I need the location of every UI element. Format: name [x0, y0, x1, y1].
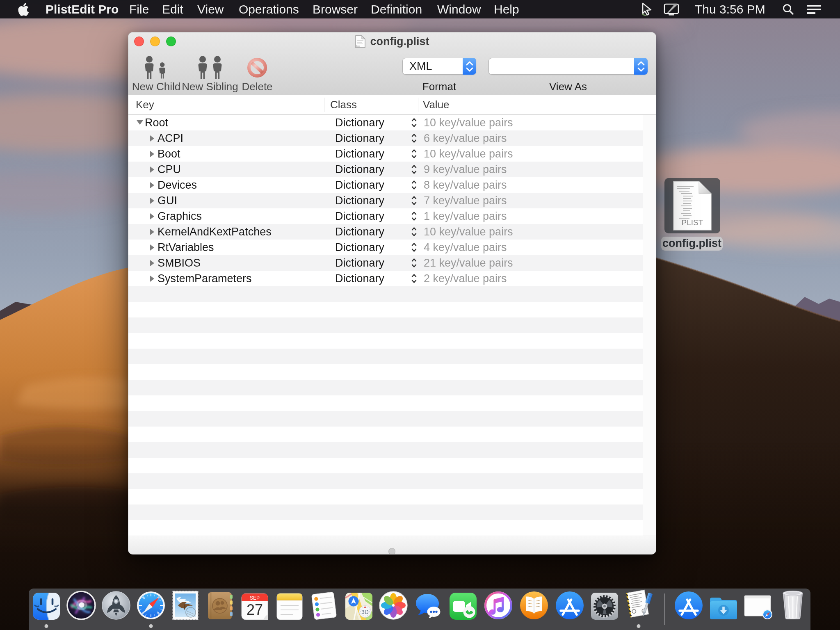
disclosure-triangle-collapsed[interactable] — [150, 260, 155, 266]
desktop-icon-label: config.plist — [661, 237, 723, 251]
resize-handle-dot[interactable] — [388, 548, 395, 555]
scrollbar-track[interactable] — [643, 115, 656, 536]
menu-help[interactable]: Help — [494, 0, 519, 18]
cell-key: Graphics — [158, 208, 202, 224]
value-stepper-icon[interactable] — [411, 180, 417, 190]
window-footer — [128, 536, 656, 555]
menu-browser[interactable]: Browser — [313, 0, 358, 18]
menu-view[interactable]: View — [197, 0, 224, 18]
value-stepper-icon[interactable] — [411, 196, 417, 205]
disclosure-triangle-collapsed[interactable] — [150, 213, 155, 219]
cell-class: Dictionary — [335, 224, 384, 240]
desktop: PlistEdit Pro File Edit View Operations … — [0, 0, 840, 630]
value-stepper-icon[interactable] — [411, 164, 417, 174]
new-child-label: New Child — [128, 80, 187, 93]
cell-class: Dictionary — [335, 271, 384, 286]
value-stepper-icon[interactable] — [411, 242, 417, 252]
column-separator[interactable] — [418, 98, 418, 112]
table-row-RtVariables[interactable]: RtVariablesDictionary4 key/value pairs — [128, 240, 643, 255]
new-child-button[interactable]: New Child — [128, 55, 187, 91]
cell-key: SMBIOS — [158, 255, 201, 271]
format-value: XML — [409, 58, 432, 74]
spotlight-icon[interactable] — [782, 0, 795, 18]
table-row-KernelAndKextPatches[interactable]: KernelAndKextPatchesDictionary10 key/val… — [128, 224, 643, 240]
disclosure-triangle-collapsed[interactable] — [150, 229, 155, 235]
disclosure-triangle-collapsed[interactable] — [150, 135, 155, 142]
cell-key: CPU — [158, 162, 181, 177]
disclosure-triangle-collapsed[interactable] — [150, 276, 155, 282]
view-as-dropdown[interactable] — [488, 58, 648, 75]
value-stepper-icon[interactable] — [411, 274, 417, 283]
menu-edit[interactable]: Edit — [162, 0, 183, 18]
disclosure-triangle-collapsed[interactable] — [150, 198, 155, 204]
plist-file-icon: PLIST — [673, 181, 712, 231]
menu-window[interactable]: Window — [437, 0, 481, 18]
view-as-caption: View As — [488, 80, 648, 93]
table-row-ACPI[interactable]: ACPIDictionary6 key/value pairs — [128, 130, 643, 146]
cell-value: 21 key/value pairs — [424, 255, 513, 271]
cell-key: KernelAndKextPatches — [158, 224, 272, 240]
disclosure-triangle-collapsed[interactable] — [150, 244, 155, 251]
table-row-SystemParameters[interactable]: SystemParametersDictionary2 key/value pa… — [128, 271, 643, 286]
cell-class: Dictionary — [335, 162, 384, 177]
disclosure-triangle-collapsed[interactable] — [150, 167, 155, 173]
menu-definition[interactable]: Definition — [371, 0, 422, 18]
cell-key: GUI — [158, 193, 177, 208]
table-row-Graphics[interactable]: GraphicsDictionary1 key/value pairs — [128, 208, 643, 224]
cell-class: Dictionary — [335, 146, 384, 162]
value-stepper-icon[interactable] — [411, 211, 417, 221]
format-stepper-icon — [463, 58, 476, 75]
cell-value: 10 key/value pairs — [424, 146, 513, 162]
table-row-CPU[interactable]: CPUDictionary9 key/value pairs — [128, 162, 643, 177]
cell-key: Devices — [158, 177, 197, 193]
column-header-class[interactable]: Class — [330, 95, 357, 114]
disclosure-triangle-expanded[interactable] — [137, 120, 143, 125]
column-header-key[interactable]: Key — [136, 95, 154, 114]
table-header: Key Class Value — [128, 95, 656, 115]
format-dropdown[interactable]: XML — [402, 58, 476, 75]
menu-bar: PlistEdit Pro File Edit View Operations … — [0, 0, 840, 18]
table-body: RootDictionary10 key/value pairsACPIDict… — [128, 115, 643, 536]
column-separator[interactable] — [324, 98, 324, 112]
cell-value: 9 key/value pairs — [424, 162, 507, 177]
table-row-Root[interactable]: RootDictionary10 key/value pairs — [128, 115, 643, 130]
value-stepper-icon[interactable] — [411, 227, 417, 237]
new-child-icon — [128, 55, 187, 79]
value-stepper-icon[interactable] — [411, 149, 417, 159]
cell-key: ACPI — [158, 130, 183, 146]
menu-file[interactable]: File — [129, 0, 149, 18]
value-stepper-icon[interactable] — [411, 118, 417, 128]
dock — [29, 589, 810, 630]
window-chrome: config.plist New Child — [128, 32, 656, 95]
apple-menu[interactable] — [18, 0, 29, 18]
column-header-value[interactable]: Value — [423, 95, 450, 114]
plistedit-window: config.plist New Child — [128, 32, 656, 555]
table-row-Devices[interactable]: DevicesDictionary8 key/value pairs — [128, 177, 643, 193]
value-stepper-icon[interactable] — [411, 258, 417, 268]
cell-key: SystemParameters — [158, 271, 252, 286]
document-icon — [355, 35, 365, 48]
display-icon[interactable] — [664, 0, 679, 18]
delete-icon — [226, 55, 288, 79]
cell-class: Dictionary — [335, 255, 384, 271]
cell-value: 6 key/value pairs — [424, 130, 507, 146]
menu-app-name[interactable]: PlistEdit Pro — [46, 0, 119, 18]
cell-value: 8 key/value pairs — [424, 177, 507, 193]
delete-label: Delete — [226, 80, 288, 93]
delete-button[interactable]: Delete — [226, 55, 288, 91]
value-stepper-icon[interactable] — [411, 133, 417, 143]
disclosure-triangle-collapsed[interactable] — [150, 182, 155, 188]
disclosure-triangle-collapsed[interactable] — [150, 151, 155, 157]
cell-value: 2 key/value pairs — [424, 271, 507, 286]
menu-clock[interactable]: Thu 3:56 PM — [695, 0, 765, 18]
notification-center-icon[interactable] — [806, 0, 822, 18]
cell-class: Dictionary — [335, 130, 384, 146]
table-row-SMBIOS[interactable]: SMBIOSDictionary21 key/value pairs — [128, 255, 643, 271]
table-row-Boot[interactable]: BootDictionary10 key/value pairs — [128, 146, 643, 162]
cell-class: Dictionary — [335, 177, 384, 193]
cursor-icon[interactable] — [640, 0, 654, 18]
cell-class: Dictionary — [335, 240, 384, 255]
cell-value: 10 key/value pairs — [424, 115, 513, 130]
menu-operations[interactable]: Operations — [239, 0, 299, 18]
table-row-GUI[interactable]: GUIDictionary7 key/value pairs — [128, 193, 643, 208]
